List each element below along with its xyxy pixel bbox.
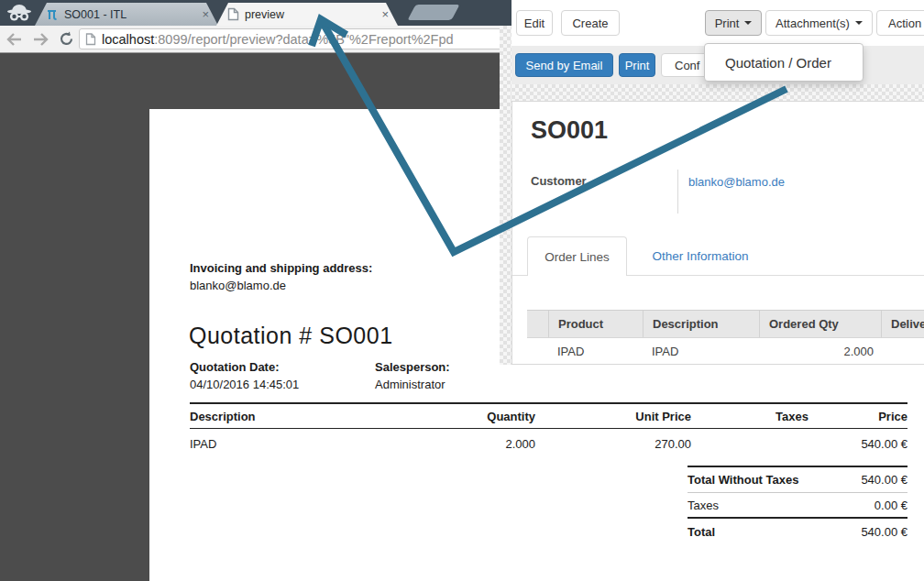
pdf-cell-quantity: 2.000	[373, 437, 535, 451]
back-icon[interactable]	[4, 28, 26, 50]
pdf-cell-unit-price: 270.00	[535, 437, 691, 451]
order-lines-table: Product Description Ordered Qty Delive I…	[527, 310, 924, 365]
col-product: Product	[548, 311, 643, 337]
tab-title: preview	[245, 8, 376, 21]
odoo-top-button-bar: Edit Create Print Attachment(s) Action	[512, 0, 924, 46]
edit-button[interactable]: Edit	[516, 10, 553, 36]
order-reference-title: SO001	[531, 116, 608, 145]
total-value: 540.00 €	[861, 473, 908, 487]
col-description: Description	[643, 311, 759, 337]
notebook-tabs: Order Lines Other Information	[512, 236, 924, 276]
cell-description: IPAD	[643, 338, 759, 365]
pdf-date-value: 04/10/2016 14:45:01	[190, 378, 299, 391]
print-label: Print	[715, 16, 740, 30]
pdf-cell-price: 540.00 €	[808, 437, 908, 451]
pdf-address-value: blanko@blamo.de	[190, 279, 286, 292]
pdf-col-taxes: Taxes	[691, 410, 808, 423]
pdf-col-price: Price	[808, 410, 908, 423]
pdf-total-without-taxes-row: Total Without Taxes 540.00 €	[688, 467, 908, 493]
attachments-dropdown-button[interactable]: Attachment(s)	[765, 10, 873, 36]
screenshot-stage: SO001 - ITL × preview ×	[0, 0, 924, 581]
create-label: Create	[572, 16, 608, 30]
odoo-overlay-screenshot: Edit Create Print Attachment(s) Action S…	[500, 0, 924, 365]
pdf-date-label: Quotation Date:	[190, 360, 280, 374]
pdf-col-unit-price: Unit Price	[535, 410, 691, 423]
tab-close-icon[interactable]: ×	[381, 8, 389, 20]
pdf-col-description: Description	[190, 410, 373, 423]
customer-field-label: Customer	[531, 174, 587, 188]
total-label: Total Without Taxes	[688, 473, 798, 487]
attachments-label: Attachment(s)	[776, 16, 850, 30]
order-lines-header-row: Product Description Ordered Qty Delive	[527, 310, 924, 338]
order-line-row[interactable]: IPAD IPAD 2.000	[527, 338, 924, 365]
new-tab-button[interactable]	[407, 5, 459, 20]
forward-icon[interactable]	[29, 28, 51, 50]
url-host: localhost	[102, 32, 154, 47]
print-action-label: Print	[625, 59, 650, 72]
pdf-col-quantity: Quantity	[373, 410, 535, 423]
total-label: Total	[688, 525, 715, 539]
send-by-email-label: Send by Email	[526, 59, 603, 72]
selector-column	[527, 311, 548, 337]
customer-link[interactable]: blanko@blamo.de	[688, 175, 785, 189]
url-path: :8099/report/preview?data=%5B"%2Freport%…	[154, 32, 453, 47]
pdf-lines-table: Description Quantity Unit Price Taxes Pr…	[190, 402, 908, 459]
pdf-total-row: Total 540.00 €	[688, 519, 908, 544]
pdf-salesperson-label: Salesperson:	[375, 360, 450, 374]
menu-item-quotation-order[interactable]: Quotation / Order	[725, 55, 831, 71]
pdf-salesperson-value: Administrator	[375, 378, 446, 391]
action-label: Action	[888, 16, 921, 30]
page-favicon	[227, 7, 239, 21]
print-action-button[interactable]: Print	[619, 53, 655, 77]
tab-title: SO001 - ITL	[64, 8, 196, 21]
cell-product: IPAD	[548, 338, 643, 365]
tab-order-lines[interactable]: Order Lines	[527, 236, 627, 276]
field-separator	[677, 170, 678, 214]
cell-ordered-qty: 2.000	[759, 338, 881, 365]
sale-order-sheet: SO001 Customer blanko@blamo.de Order Lin…	[512, 101, 924, 365]
transparency-checker-band	[512, 84, 924, 101]
tab-label: Order Lines	[544, 250, 610, 264]
col-ordered-qty: Ordered Qty	[759, 311, 881, 337]
print-dropdown-button[interactable]: Print	[705, 10, 762, 36]
itl-favicon	[46, 8, 59, 21]
page-icon	[85, 33, 96, 46]
pdf-address-label: Invoicing and shipping address:	[190, 261, 372, 275]
action-dropdown-button[interactable]: Action	[876, 10, 924, 36]
edit-label: Edit	[524, 16, 544, 30]
pdf-table-header-row: Description Quantity Unit Price Taxes Pr…	[190, 402, 908, 429]
reload-icon[interactable]	[55, 28, 77, 50]
confirm-label: Conf	[675, 59, 699, 72]
transparency-checker-strip	[500, 26, 512, 365]
caret-down-icon	[744, 21, 752, 25]
pdf-totals-table: Total Without Taxes 540.00 € Taxes 0.00 …	[688, 466, 908, 544]
incognito-icon	[4, 2, 33, 24]
print-dropdown-menu: Quotation / Order	[704, 43, 864, 82]
pdf-quotation-title: Quotation # SO001	[189, 323, 393, 349]
pdf-taxes-row: Taxes 0.00 €	[688, 493, 908, 519]
total-label: Taxes	[688, 499, 719, 512]
browser-tab-so001[interactable]: SO001 - ITL ×	[35, 3, 218, 26]
tab-other-information[interactable]: Other Information	[636, 236, 764, 276]
col-delivered: Delive	[881, 311, 924, 337]
frame-patch	[500, 0, 512, 26]
pdf-cell-taxes	[691, 437, 808, 451]
tab-label: Other Information	[652, 249, 748, 263]
pdf-table-row: IPAD 2.000 270.00 540.00 €	[190, 429, 908, 459]
send-by-email-button[interactable]: Send by Email	[515, 53, 613, 77]
caret-down-icon	[855, 21, 863, 25]
browser-tab-preview[interactable]: preview ×	[216, 3, 398, 26]
total-value: 0.00 €	[874, 499, 908, 512]
tab-close-icon[interactable]: ×	[202, 8, 209, 20]
total-value: 540.00 €	[861, 525, 908, 539]
pdf-cell-description: IPAD	[190, 437, 373, 451]
create-button[interactable]: Create	[561, 10, 620, 36]
